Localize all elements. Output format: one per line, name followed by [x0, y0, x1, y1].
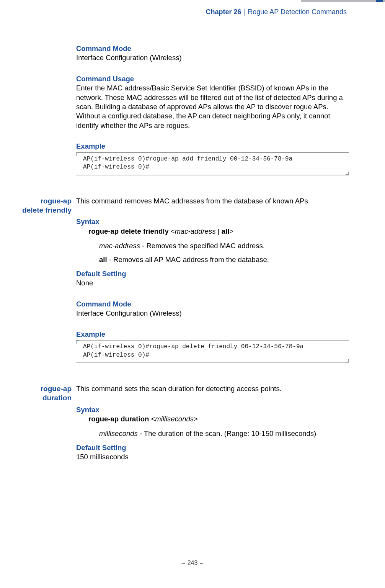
heading-command-mode: Command Mode — [76, 300, 349, 309]
side-label-duration: rogue-ap duration — [18, 384, 76, 473]
syntax-arg-ms: milliseconds — [155, 415, 194, 423]
chapter-label: Chapter 26 — [206, 8, 241, 16]
page-number: 243 — [188, 560, 198, 566]
syntax-gt: > — [229, 227, 233, 235]
section-duration: rogue-ap duration This command sets the … — [18, 384, 349, 473]
heading-default: Default Setting — [76, 269, 349, 278]
header-separator: | — [241, 8, 248, 16]
heading-example: Example — [76, 142, 349, 151]
syntax-arg-mac: mac-address — [175, 227, 216, 235]
side-label-delete-friendly: rogue-ap delete friendly — [18, 197, 76, 363]
section-delete-friendly: rogue-ap delete friendly This command re… — [18, 197, 349, 363]
param-desc: - Removes all AP MAC address from the da… — [107, 256, 269, 264]
footer-dash-right: – — [197, 560, 206, 566]
syntax-line: rogue-ap duration <milliseconds> — [88, 414, 349, 424]
heading-default: Default Setting — [76, 443, 349, 452]
syntax-line: rogue-ap delete friendly <mac-address | … — [88, 227, 349, 236]
section-cmd-continued: Command Mode Interface Configuration (Wi… — [18, 44, 349, 175]
footer-dash-left: – — [179, 560, 188, 566]
section-body: This command sets the scan duration for … — [76, 384, 349, 473]
text-command-usage: Enter the MAC address/Basic Service Set … — [76, 84, 349, 130]
heading-syntax: Syntax — [76, 405, 349, 414]
syntax-lt: < — [151, 415, 155, 423]
text-default: 150 milliseconds — [76, 452, 349, 462]
heading-command-mode: Command Mode — [76, 44, 349, 53]
param-name: milliseconds — [99, 429, 138, 437]
syntax-lt: < — [171, 227, 175, 235]
text-command-mode: Interface Configuration (Wireless) — [76, 309, 349, 318]
page-top-accent — [301, 0, 385, 2]
page-content: Command Mode Interface Configuration (Wi… — [18, 44, 349, 495]
syntax-arg-all: all — [222, 227, 230, 235]
text-intro: This command removes MAC addresses from … — [76, 197, 349, 206]
param-name: all — [99, 256, 107, 264]
syntax-gt: > — [194, 415, 198, 423]
syntax-cmd: rogue-ap delete friendly — [88, 227, 171, 235]
syntax-pipe: | — [216, 227, 222, 235]
chapter-title: Rogue AP Detection Commands — [248, 8, 347, 16]
text-intro: This command sets the scan duration for … — [76, 384, 349, 393]
syntax-cmd: rogue-ap duration — [88, 415, 151, 423]
page-footer: –243– — [0, 559, 385, 567]
param-all: all - Removes all AP MAC address from th… — [99, 255, 349, 264]
page-header: Chapter 26|Rogue AP Detection Commands — [206, 8, 347, 17]
param-desc: - The duration of the scan. (Range: 10-1… — [138, 429, 316, 437]
param-mac: mac-address - Removes the specified MAC … — [99, 241, 349, 251]
section-body: This command removes MAC addresses from … — [76, 197, 349, 363]
heading-syntax: Syntax — [76, 217, 349, 226]
param-desc: - Removes the specified MAC address. — [140, 242, 265, 250]
code-example: AP(if-wireless 0)#rogue-ap add friendly … — [76, 152, 349, 175]
heading-example: Example — [76, 330, 349, 339]
text-default: None — [76, 278, 349, 288]
param-name: mac-address — [99, 242, 140, 250]
section-body: Command Mode Interface Configuration (Wi… — [76, 44, 349, 175]
side-label-empty — [18, 44, 76, 175]
heading-command-usage: Command Usage — [76, 74, 349, 84]
param-ms: milliseconds - The duration of the scan.… — [99, 429, 349, 438]
text-command-mode: Interface Configuration (Wireless) — [76, 53, 349, 62]
code-example: AP(if-wireless 0)#rogue-ap delete friend… — [76, 340, 349, 363]
